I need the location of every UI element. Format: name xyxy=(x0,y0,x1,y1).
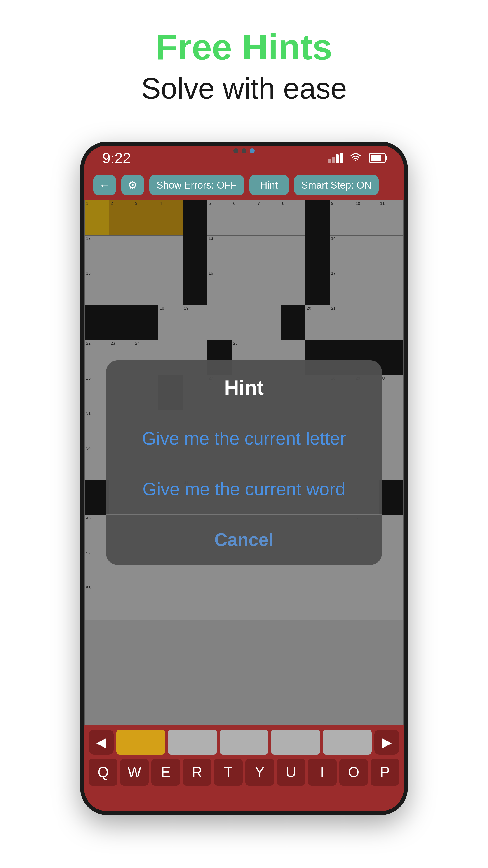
gear-icon: ⚙ xyxy=(128,179,138,192)
header-title: Free Hints xyxy=(141,27,347,67)
page-header: Free Hints Solve with ease xyxy=(141,27,347,105)
smart-step-button[interactable]: Smart Step: ON xyxy=(294,175,379,195)
nav-forward-button[interactable]: ▶ xyxy=(375,730,399,754)
wifi-icon xyxy=(349,152,362,164)
hint-button[interactable]: Hint xyxy=(250,175,289,195)
key-P[interactable]: P xyxy=(370,758,399,786)
header-subtitle: Solve with ease xyxy=(141,71,347,105)
keyboard-row-1: Q W E R T Y U I O P xyxy=(89,758,399,786)
tablet-frame: 9:22 xyxy=(80,142,408,815)
tablet-screen: 9:22 xyxy=(84,146,404,811)
modal-title: Hint xyxy=(120,376,368,399)
hint-option-letter[interactable]: Give me the current letter xyxy=(106,413,382,464)
letter-strip: ◀ ▶ xyxy=(89,730,399,754)
hint-cancel-text: Cancel xyxy=(215,530,273,550)
hint-modal: Hint Give me the current letter Give me … xyxy=(106,360,382,565)
key-Y[interactable]: Y xyxy=(246,758,274,786)
toolbar: ← ⚙ Show Errors: OFF Hint Smart Step: ON xyxy=(84,170,404,200)
hint-cancel-button[interactable]: Cancel xyxy=(106,515,382,565)
crossword-container: 1 2 3 4 5 6 7 8 9 10 11 12 xyxy=(84,200,404,725)
letter-box-3[interactable] xyxy=(220,730,268,754)
key-E[interactable]: E xyxy=(151,758,180,786)
signal-icon xyxy=(328,153,343,163)
key-W[interactable]: W xyxy=(120,758,149,786)
nav-back-button[interactable]: ◀ xyxy=(89,730,113,754)
settings-button[interactable]: ⚙ xyxy=(121,175,144,195)
game-area: 1 2 3 4 5 6 7 8 9 10 11 12 xyxy=(84,200,404,811)
hint-option-letter-text: Give me the current letter xyxy=(142,428,346,448)
key-R[interactable]: R xyxy=(183,758,212,786)
hint-option-word-text: Give me the current word xyxy=(142,479,346,499)
show-errors-button[interactable]: Show Errors: OFF xyxy=(149,175,244,195)
hint-option-word[interactable]: Give me the current word xyxy=(106,464,382,514)
key-O[interactable]: O xyxy=(339,758,368,786)
letter-box-4[interactable] xyxy=(271,730,320,754)
battery-icon xyxy=(369,153,386,162)
letter-box-active[interactable] xyxy=(116,730,165,754)
key-Q[interactable]: Q xyxy=(89,758,118,786)
back-button[interactable]: ← xyxy=(93,175,116,195)
bottom-area: ◀ ▶ Q W E R T Y U I O xyxy=(84,725,404,811)
modal-overlay: Hint Give me the current letter Give me … xyxy=(84,200,404,725)
status-time: 9:22 xyxy=(102,150,131,166)
letter-box-2[interactable] xyxy=(168,730,217,754)
letter-box-5[interactable] xyxy=(323,730,372,754)
key-U[interactable]: U xyxy=(277,758,305,786)
key-T[interactable]: T xyxy=(214,758,242,786)
key-I[interactable]: I xyxy=(308,758,337,786)
